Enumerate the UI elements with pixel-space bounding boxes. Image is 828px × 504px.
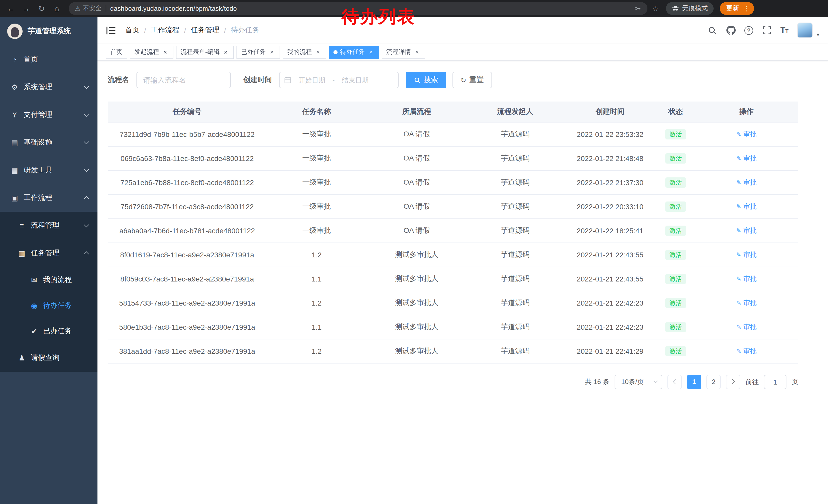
browser-forward-icon[interactable]: → (19, 2, 33, 15)
task-name-cell: 一级审批 (266, 122, 367, 146)
approve-button[interactable]: ✎ 审批 (736, 346, 757, 356)
start-date-input[interactable] (293, 76, 331, 84)
task-id-cell: 58154733-7ac8-11ec-a9e2-a2380e71991a (108, 291, 266, 315)
close-icon[interactable]: × (162, 48, 169, 56)
person-icon: ♟ (17, 354, 26, 362)
breadcrumb-item-任务管理[interactable]: 任务管理 (191, 26, 219, 35)
status-cell: 激活 (657, 267, 695, 291)
user-avatar[interactable] (797, 22, 813, 38)
table-row: 381aa1dd-7ac8-11ec-a9e2-a2380e71991a 1.2… (108, 339, 798, 363)
yen-icon: ¥ (10, 111, 19, 119)
browser-update-button[interactable]: 更新 ⋮ (719, 2, 754, 15)
chat-icon: ✉ (30, 276, 38, 284)
tab-发起流程[interactable]: 发起流程 × (130, 45, 173, 59)
create-time-cell: 2022-01-21 22:41:29 (564, 339, 657, 363)
create-time-cell: 2022-01-21 22:43:55 (564, 267, 657, 291)
task-id-cell: 725a1eb6-7b88-11ec-8ef0-acde48001122 (108, 170, 266, 194)
browser-reload-icon[interactable]: ↻ (35, 2, 48, 15)
bookmark-star-icon[interactable]: ☆ (652, 4, 658, 12)
page-size-select[interactable]: 10条/页 (615, 374, 662, 389)
sidebar-item-请假查询[interactable]: ♟ 请假查询 (0, 344, 97, 372)
sidebar-item-流程管理[interactable]: ≡ 流程管理 (0, 212, 97, 239)
search-button[interactable]: 搜索 (406, 72, 446, 88)
approve-button[interactable]: ✎ 审批 (736, 202, 757, 211)
approve-button[interactable]: ✎ 审批 (736, 153, 757, 163)
next-page-button[interactable] (726, 374, 740, 389)
close-icon[interactable]: × (315, 48, 322, 56)
github-icon[interactable] (726, 26, 736, 35)
action-cell: ✎ 审批 (695, 170, 798, 194)
font-size-icon[interactable]: TT (780, 26, 788, 34)
password-key-icon[interactable] (633, 5, 641, 12)
table-row: 725a1eb6-7b88-11ec-8ef0-acde48001122 一级审… (108, 170, 798, 194)
approve-button[interactable]: ✎ 审批 (736, 322, 757, 331)
sidebar-item-已办任务[interactable]: ✔ 已办任务 (0, 318, 97, 344)
breadcrumb-item-首页[interactable]: 首页 (125, 26, 139, 35)
task-name-cell: 一级审批 (266, 218, 367, 242)
breadcrumb-item-工作流程[interactable]: 工作流程 (151, 26, 179, 35)
breadcrumb-separator: / (224, 26, 226, 34)
app-logo[interactable]: 芋道管理系统 (0, 17, 97, 46)
starter-cell: 芋道源码 (467, 170, 564, 194)
table-row: 8f0d1619-7ac8-11ec-a9e2-a2380e71991a 1.2… (108, 242, 798, 267)
prev-page-button[interactable] (667, 374, 682, 389)
approve-button[interactable]: ✎ 审批 (736, 178, 757, 187)
date-range-picker[interactable]: - (279, 72, 399, 88)
sidebar-collapse-icon[interactable] (106, 26, 116, 35)
sidebar-item-支付管理[interactable]: ¥ 支付管理 (0, 101, 97, 129)
avatar-caret-icon[interactable]: ▾ (817, 32, 819, 37)
tab-流程表单-编辑[interactable]: 流程表单-编辑 × (176, 45, 234, 59)
process-name-input[interactable] (136, 72, 231, 88)
page-button-2[interactable]: 2 (706, 374, 721, 389)
table-row: 8f059c03-7ac8-11ec-a9e2-a2380e71991a 1.1… (108, 267, 798, 291)
browser-menu-dots-icon[interactable]: ⋮ (743, 5, 749, 12)
tab-已办任务[interactable]: 已办任务 × (237, 45, 280, 59)
tab-待办任务[interactable]: 待办任务 × (329, 45, 379, 59)
edit-icon: ✎ (736, 179, 741, 186)
create-time-label: 创建时间 (243, 75, 272, 85)
sidebar-item-工作流程[interactable]: ▣ 工作流程 (0, 184, 97, 212)
help-icon[interactable]: ? (744, 26, 753, 35)
top-header: 首页/工作流程/任务管理/待办任务 ? TT ▾ (97, 17, 828, 44)
tab-流程详情[interactable]: 流程详情 × (382, 45, 425, 59)
approve-button[interactable]: ✎ 审批 (736, 226, 757, 235)
fullscreen-icon[interactable] (762, 26, 772, 35)
goto-page-input[interactable] (764, 374, 786, 389)
sidebar: 芋道管理系统 ◔ 首页 ⚙ 系统管理 ¥ 支付管理 ▤ 基础设施 ▦ 研发工具 … (0, 17, 97, 504)
approve-button[interactable]: ✎ 审批 (736, 298, 757, 307)
security-warning[interactable]: ⚠ 不安全 (75, 4, 101, 13)
select-caret-icon (654, 379, 658, 383)
close-icon[interactable]: × (413, 48, 421, 56)
end-date-input[interactable] (336, 76, 374, 84)
action-cell: ✎ 审批 (695, 242, 798, 267)
status-cell: 激活 (657, 242, 695, 267)
workflow-icon: ▣ (10, 194, 19, 202)
sidebar-item-系统管理[interactable]: ⚙ 系统管理 (0, 73, 97, 101)
sidebar-item-研发工具[interactable]: ▦ 研发工具 (0, 156, 97, 184)
tab-首页[interactable]: 首页 (106, 45, 127, 59)
starter-cell: 芋道源码 (467, 122, 564, 146)
process-cell: 测试多审批人 (367, 242, 466, 267)
reset-button[interactable]: ↻ 重置 (452, 72, 492, 88)
browser-back-icon[interactable]: ← (4, 2, 17, 15)
approve-button[interactable]: ✎ 审批 (736, 250, 757, 259)
reset-icon: ↻ (461, 77, 466, 83)
close-icon[interactable]: × (367, 48, 374, 56)
close-icon[interactable]: × (268, 48, 276, 56)
task-id-cell: 381aa1dd-7ac8-11ec-a9e2-a2380e71991a (108, 339, 266, 363)
tab-我的流程[interactable]: 我的流程 × (283, 45, 326, 59)
sidebar-item-我的流程[interactable]: ✉ 我的流程 (0, 267, 97, 293)
search-icon[interactable] (707, 26, 717, 35)
approve-button[interactable]: ✎ 审批 (736, 130, 757, 139)
page-button-1[interactable]: 1 (687, 374, 701, 389)
close-icon[interactable]: × (222, 48, 229, 56)
sidebar-item-待办任务[interactable]: ◉ 待办任务 (0, 293, 97, 318)
task-icon: ▥ (17, 249, 26, 258)
browser-home-icon[interactable]: ⌂ (50, 2, 64, 15)
sidebar-item-首页[interactable]: ◔ 首页 (0, 46, 97, 73)
sidebar-item-基础设施[interactable]: ▤ 基础设施 (0, 129, 97, 156)
sidebar-item-任务管理[interactable]: ▥ 任务管理 (0, 239, 97, 267)
task-id-cell: 73211d9d-7b9b-11ec-b5b7-acde48001122 (108, 122, 266, 146)
approve-button[interactable]: ✎ 审批 (736, 274, 757, 283)
dashboard-icon: ◔ (10, 55, 19, 63)
